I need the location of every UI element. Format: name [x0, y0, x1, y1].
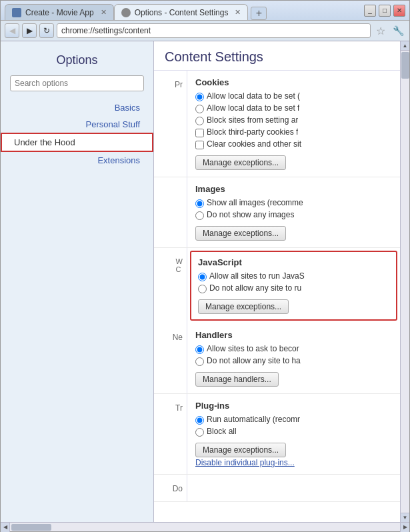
images-manage-button[interactable]: Manage exceptions... [195, 226, 286, 241]
do-content [187, 475, 400, 501]
handlers-radio-1[interactable] [195, 345, 204, 354]
sidebar-item-under-hood[interactable]: Under the Hood [1, 133, 153, 152]
cookies-title: Cookies [195, 77, 392, 87]
plugins-radio-2[interactable] [195, 428, 204, 437]
bookmark-star-icon[interactable]: ☆ [373, 23, 388, 38]
scroll-right-button[interactable]: ▶ [400, 523, 409, 532]
tab-bar: Create - Movie App ✕ Options - Content S… [5, 1, 364, 20]
handlers-section: Ne Handlers Allow sites to ask to becor … [154, 323, 400, 394]
panel-title: Content Settings [154, 41, 400, 71]
new-tab-button[interactable]: + [251, 7, 267, 20]
images-opt-2: Do not show any images [195, 210, 392, 220]
maximize-button[interactable]: □ [379, 5, 391, 17]
window-controls: _ □ ✕ [364, 5, 405, 17]
minimize-button[interactable]: _ [364, 5, 376, 17]
options-icon [121, 8, 131, 17]
javascript-highlight-box: JavaScript Allow all sites to run JavaS … [190, 251, 397, 321]
wrench-icon[interactable]: 🔧 [391, 23, 405, 38]
cookies-opt-3: Block sites from setting ar [195, 115, 392, 125]
back-button[interactable]: ◀ [5, 23, 19, 38]
tab-options-label: Options - Content Settings [135, 8, 229, 17]
plugins-opt-2-label: Block all [207, 427, 237, 436]
main-panel-wrapper: Content Settings Pr Cookies Allow local … [154, 41, 409, 522]
cookies-section: Pr Cookies Allow local data to be set ( … [154, 71, 400, 177]
do-label: Do [154, 475, 187, 501]
search-input[interactable] [10, 75, 144, 91]
js-manage-button[interactable]: Manage exceptions... [198, 299, 289, 314]
images-content: Images Show all images (recomme Do not s… [187, 177, 400, 247]
sidebar-item-personal[interactable]: Personal Stuff [1, 116, 153, 133]
handlers-title: Handlers [195, 330, 392, 340]
cookies-opt-1: Allow local data to be set ( [195, 91, 392, 101]
plugins-title: Plug-ins [195, 401, 392, 411]
sidebar-item-extensions[interactable]: Extensions [1, 152, 153, 169]
plugins-opt-2: Block all [195, 427, 392, 437]
cookies-manage-button[interactable]: Manage exceptions... [195, 155, 286, 170]
js-opt-2-label: Do not allow any site to ru [209, 283, 301, 293]
browser-window: Create - Movie App ✕ Options - Content S… [0, 0, 410, 532]
js-radio-2[interactable] [198, 285, 207, 293]
images-title: Images [195, 184, 392, 194]
scroll-thumb[interactable] [401, 52, 409, 79]
scroll-hthumb[interactable] [11, 524, 51, 531]
close-button[interactable]: ✕ [393, 5, 405, 17]
js-opt-1: Allow all sites to run JavaS [198, 271, 389, 281]
sidebar-item-basics[interactable]: Basics [1, 99, 153, 116]
main-panel: Content Settings Pr Cookies Allow local … [154, 41, 400, 522]
sidebar: Options Basics Personal Stuff Under the … [1, 41, 154, 522]
sidebar-title: Options [1, 48, 153, 75]
cookies-opt-5-label: Clear cookies and other sit [207, 139, 301, 149]
plugins-radio-1[interactable] [195, 416, 204, 425]
tab-options-close[interactable]: ✕ [235, 8, 241, 17]
js-opt-1-label: Allow all sites to run JavaS [209, 271, 305, 281]
tab-movie-app[interactable]: Create - Movie App ✕ [5, 4, 114, 20]
scroll-up-button[interactable]: ▲ [401, 41, 410, 51]
address-input[interactable] [57, 23, 371, 38]
plugins-manage-button[interactable]: Manage exceptions... [195, 443, 286, 457]
tab-movie-label: Create - Movie App [25, 8, 94, 17]
cookies-checkbox-2[interactable] [195, 141, 204, 149]
plugins-label: Tr [154, 394, 187, 474]
disable-plugins-link[interactable]: Disable individual plug-ins... [195, 458, 295, 467]
javascript-section-label: W C [154, 248, 187, 323]
cookies-opt-2-label: Allow local data to be set f [207, 103, 299, 113]
handlers-radio-2[interactable] [195, 357, 204, 366]
scroll-left-button[interactable]: ◀ [1, 523, 10, 532]
vertical-scrollbar: ▲ ▼ [400, 41, 409, 522]
handlers-content: Handlers Allow sites to ask to becor Do … [187, 323, 400, 393]
cookies-radio-2[interactable] [195, 105, 204, 113]
content-area: Options Basics Personal Stuff Under the … [1, 41, 409, 522]
images-opt-1-label: Show all images (recomme [207, 198, 303, 207]
tab-options[interactable]: Options - Content Settings ✕ [114, 4, 249, 20]
cookies-opt-5: Clear cookies and other sit [195, 139, 392, 149]
title-bar: Create - Movie App ✕ Options - Content S… [1, 1, 409, 21]
js-opt-2: Do not allow any site to ru [198, 283, 389, 293]
forward-button[interactable]: ▶ [22, 23, 37, 38]
scroll-down-button[interactable]: ▼ [401, 513, 410, 522]
tab-movie-close[interactable]: ✕ [101, 8, 107, 17]
javascript-title: JavaScript [198, 257, 389, 267]
cookies-radio-1[interactable] [195, 93, 204, 101]
movie-app-icon [12, 8, 21, 17]
handlers-manage-button[interactable]: Manage handlers... [195, 372, 279, 387]
handlers-opt-2: Do not allow any site to ha [195, 356, 392, 366]
images-radio-2[interactable] [195, 211, 204, 220]
plugins-opt-1-label: Run automatically (recomr [207, 415, 300, 424]
cookies-radio-3[interactable] [195, 117, 204, 125]
handlers-opt-2-label: Do not allow any site to ha [207, 356, 301, 365]
cookies-checkbox-1[interactable] [195, 129, 204, 137]
panel-content: Pr Cookies Allow local data to be set ( … [154, 71, 400, 502]
images-section: Images Show all images (recomme Do not s… [154, 177, 400, 248]
javascript-section: W C JavaScript Allow all sites to run Ja… [154, 248, 400, 323]
search-box [10, 75, 144, 91]
handlers-label: Ne [154, 323, 187, 393]
images-opt-1: Show all images (recomme [195, 198, 392, 208]
handlers-opt-1: Allow sites to ask to becor [195, 344, 392, 354]
cookies-content: Cookies Allow local data to be set ( All… [187, 71, 400, 177]
horizontal-scrollbar: ◀ ▶ [1, 522, 409, 531]
images-opt-2-label: Do not show any images [207, 210, 294, 219]
js-radio-1[interactable] [198, 273, 207, 281]
images-radio-1[interactable] [195, 199, 204, 208]
reload-button[interactable]: ↻ [39, 23, 54, 38]
cookies-opt-3-label: Block sites from setting ar [207, 115, 298, 125]
